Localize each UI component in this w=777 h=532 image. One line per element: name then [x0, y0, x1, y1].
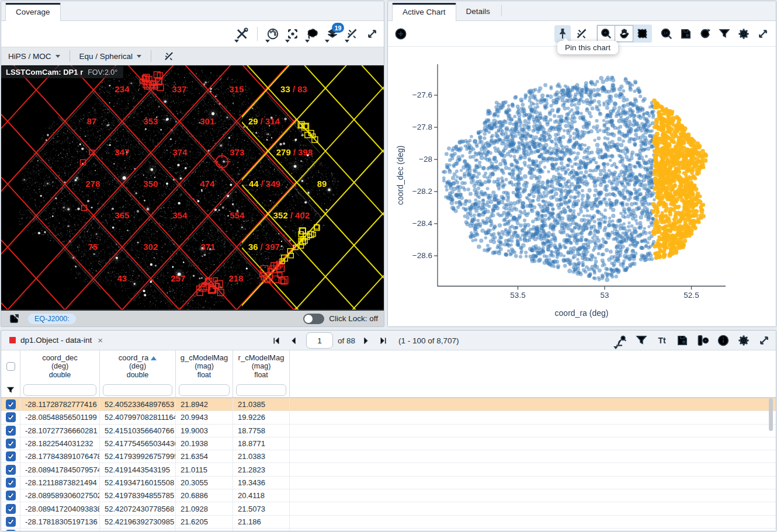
sky-coverage-map[interactable]: LSSTComCam: DP1 r FOV:2.0° — [1, 65, 384, 310]
filter-input-coord_dec[interactable] — [23, 384, 96, 396]
zoom-original-icon[interactable] — [658, 25, 675, 43]
filter-icon[interactable] — [716, 25, 733, 43]
row-checkbox[interactable] — [6, 465, 16, 475]
filter-input-coord_ra[interactable] — [103, 384, 172, 396]
prev-page-button[interactable] — [286, 333, 301, 348]
chart-tabbar: Active Chart Details — [388, 1, 776, 21]
settings-icon[interactable] — [736, 332, 752, 349]
row-checkbox[interactable] — [6, 412, 16, 422]
filter-icon[interactable] — [1, 383, 20, 397]
column-header-coord_dec[interactable]: coord_dec (deg) double — [20, 350, 100, 383]
cell: 52.42072430778568 — [100, 502, 176, 514]
save-icon[interactable] — [674, 332, 691, 349]
grid-off-icon[interactable] — [344, 25, 360, 43]
external-link-icon[interactable] — [6, 310, 22, 328]
coverage-tabbar: Coverage — [1, 1, 384, 21]
column-header-coord_ra[interactable]: coord_ra (deg) double — [100, 350, 176, 383]
cell: -28.10727736660281 — [20, 425, 100, 437]
show-chart-icon[interactable] — [613, 332, 629, 349]
column-header-g_cModelMag[interactable]: g_cModelMag (mag) float — [176, 350, 233, 383]
next-page-button[interactable] — [358, 333, 373, 348]
pan-icon[interactable] — [615, 25, 633, 42]
coord-system-dropdown[interactable]: Equ / Spherical — [79, 52, 142, 61]
tools-icon[interactable] — [234, 25, 250, 43]
row-checkbox[interactable] — [6, 478, 16, 488]
cell: -28.1822544031232 — [20, 437, 100, 450]
table-row[interactable] — [1, 528, 776, 531]
bar-divider — [70, 50, 70, 62]
cell: 52.417754565034436 — [100, 437, 176, 450]
last-page-button[interactable] — [375, 333, 390, 348]
coverage-map-canvas[interactable] — [1, 65, 384, 310]
add-column-icon[interactable] — [695, 332, 711, 349]
cell: -28.11728782777416 — [20, 398, 100, 411]
scatter-chart-canvas[interactable] — [388, 47, 776, 326]
click-lock-toggle[interactable] — [303, 314, 324, 324]
tab-coverage[interactable]: Coverage — [5, 3, 61, 21]
expand-icon[interactable] — [755, 25, 771, 43]
coverage-panel: Coverage 19 HiPS / MOC Equ / Spherical L… — [1, 1, 384, 327]
row-checkbox[interactable] — [6, 517, 16, 527]
row-checkbox[interactable] — [6, 451, 16, 461]
table-row[interactable]: -28.1781830519713652.4219639273098521.62… — [1, 516, 776, 528]
row-checkbox[interactable] — [6, 426, 16, 436]
add-chart-icon[interactable] — [393, 25, 409, 43]
zoom-in-icon[interactable] — [597, 25, 615, 42]
table-row[interactable]: -28.1072773666028152.4151035664076619.90… — [1, 425, 776, 437]
select-all-checkbox[interactable] — [1, 350, 20, 383]
table-row[interactable]: -28.182254403123252.41775456503443620.19… — [1, 437, 776, 450]
filter-input-r_cModelMag[interactable] — [236, 384, 286, 396]
text-size-icon[interactable] — [654, 332, 670, 349]
column-header-r_cModelMag[interactable]: r_cModelMag (mag) float — [233, 350, 290, 383]
lasso-icon[interactable] — [304, 25, 321, 43]
table-row[interactable]: -28.17784389107647852.41793992675799521.… — [1, 450, 776, 463]
cell — [100, 528, 176, 531]
row-checkbox[interactable] — [6, 491, 16, 500]
table-tab[interactable]: dp1.Object - data-int × — [1, 335, 111, 345]
caret-down-icon — [285, 40, 290, 43]
expand-icon[interactable] — [756, 332, 772, 349]
row-checkbox[interactable] — [6, 504, 16, 514]
cell — [233, 528, 290, 531]
caret-down-icon — [305, 40, 310, 43]
row-checkbox[interactable] — [6, 399, 16, 409]
caret-down-icon — [265, 40, 270, 43]
sort-asc-icon — [151, 356, 157, 360]
cell: 21.6354 — [176, 450, 233, 463]
close-icon[interactable]: × — [98, 335, 103, 345]
table-row[interactable]: -28.08941784507957452.419144354319521.01… — [1, 463, 776, 476]
save-icon[interactable] — [678, 25, 694, 43]
cell: 21.6205 — [176, 516, 233, 528]
cell: -28.089417845079574 — [20, 463, 100, 475]
palette-icon[interactable] — [265, 25, 281, 43]
expand-icon[interactable] — [364, 25, 380, 43]
settings-icon[interactable] — [736, 25, 752, 43]
page-number-input[interactable] — [306, 332, 333, 349]
table-row[interactable]: -28.1172878277741652.4052336489765321.89… — [1, 398, 776, 411]
box-select-icon[interactable] — [633, 25, 651, 42]
first-page-button[interactable] — [269, 333, 284, 348]
table-row[interactable]: -28.1211887382149452.4193471601550820.30… — [1, 477, 776, 489]
tab-active-chart[interactable]: Active Chart — [392, 3, 456, 21]
grid-off-icon[interactable] — [161, 47, 177, 65]
page-count-label: of 88 — [338, 336, 355, 345]
tab-details[interactable]: Details — [456, 3, 500, 20]
layers-icon[interactable]: 19 — [324, 25, 341, 43]
refresh-icon[interactable] — [697, 25, 713, 43]
cell: 52.407997082811164 — [100, 411, 176, 423]
grid-off-icon[interactable] — [574, 25, 590, 43]
cell: 21.0115 — [176, 463, 233, 475]
recenter-icon[interactable] — [285, 25, 301, 43]
info-icon[interactable] — [715, 332, 731, 349]
cell: 52.417939926757995 — [100, 450, 176, 463]
filter-icon[interactable] — [633, 332, 650, 349]
table-scrollbar-thumb[interactable] — [769, 398, 773, 431]
row-checkbox[interactable] — [6, 439, 16, 448]
table-row[interactable]: -28.08941720409383852.4207243077856821.0… — [1, 502, 776, 515]
hips-moc-dropdown[interactable]: HiPS / MOC — [8, 52, 60, 61]
table-row[interactable]: -28.0854885650119952.40799708281116420.9… — [1, 411, 776, 424]
row-checkbox[interactable] — [6, 530, 16, 531]
table-row[interactable]: -28.08958930602750252.4197839485578520.6… — [1, 489, 776, 502]
filter-input-g_cModelMag[interactable] — [179, 384, 230, 396]
pin-chart-icon[interactable] — [554, 25, 571, 43]
